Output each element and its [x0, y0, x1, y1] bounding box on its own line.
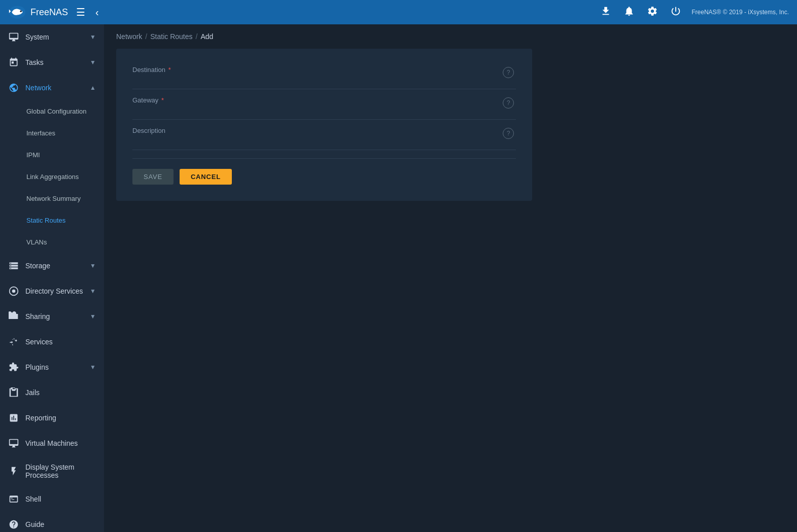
sidebar-label-network-summary: Network Summary — [26, 195, 96, 202]
add-static-route-form: Destination * ? Gateway * ? Description … — [116, 49, 532, 201]
settings-icon[interactable] — [645, 4, 660, 21]
network-icon — [8, 82, 19, 93]
tasks-icon — [8, 57, 19, 68]
topbar-right: FreeNAS® © 2019 - iXsystems, Inc. — [598, 4, 789, 21]
display-system-icon — [8, 466, 19, 477]
description-field: Description ? — [132, 122, 516, 150]
shell-icon — [8, 493, 19, 505]
storage-icon — [8, 260, 19, 271]
system-icon — [8, 31, 19, 43]
plugins-icon — [8, 362, 19, 373]
sidebar-label-virtual-machines: Virtual Machines — [25, 439, 96, 447]
sidebar-item-services[interactable]: Services — [0, 329, 104, 354]
sidebar-label-system: System — [25, 33, 84, 41]
tasks-arrow: ▼ — [90, 59, 96, 66]
sidebar-item-plugins[interactable]: Plugins ▼ — [0, 354, 104, 380]
description-help-icon[interactable]: ? — [503, 128, 514, 139]
sidebar-item-network[interactable]: Network ▲ — [0, 75, 104, 100]
menu-icon[interactable]: ☰ — [74, 4, 87, 20]
sidebar-item-link-aggregations[interactable]: Link Aggregations — [0, 166, 104, 188]
sidebar-item-system[interactable]: System ▼ — [0, 24, 104, 50]
breadcrumb: Network / Static Routes / Add — [104, 24, 797, 49]
power-icon[interactable] — [668, 4, 683, 21]
sidebar-item-guide[interactable]: Guide — [0, 512, 104, 532]
directory-services-arrow: ▼ — [90, 288, 96, 295]
topbar-left: FreeNAS ☰ ‹ — [8, 3, 101, 21]
sidebar-label-interfaces: Interfaces — [26, 129, 96, 137]
form-actions: SAVE CANCEL — [132, 169, 516, 185]
reporting-icon — [8, 412, 19, 423]
form-divider — [132, 158, 516, 159]
network-arrow: ▲ — [90, 84, 96, 91]
sidebar-label-link-aggregations: Link Aggregations — [26, 173, 96, 181]
sidebar-label-directory-services: Directory Services — [25, 287, 84, 295]
destination-label: Destination * — [132, 66, 516, 74]
sidebar-label-shell: Shell — [25, 495, 96, 503]
sidebar-label-jails: Jails — [25, 388, 96, 397]
sidebar-label-tasks: Tasks — [25, 58, 84, 66]
topbar: FreeNAS ☰ ‹ FreeNAS® © 2019 - iXsystems,… — [0, 0, 797, 24]
sidebar-label-ipmi: IPMI — [26, 151, 96, 159]
sidebar-item-storage[interactable]: Storage ▼ — [0, 253, 104, 278]
plugins-arrow: ▼ — [90, 364, 96, 371]
breadcrumb-static-routes[interactable]: Static Routes — [150, 32, 192, 41]
sidebar-label-global-config: Global Configuration — [26, 108, 96, 115]
breadcrumb-sep-1: / — [145, 32, 147, 41]
save-button[interactable]: SAVE — [132, 169, 174, 185]
content-area: Network / Static Routes / Add Destinatio… — [104, 24, 797, 532]
notifications-icon[interactable] — [621, 4, 637, 21]
copyright-text: FreeNAS® © 2019 - iXsystems, Inc. — [691, 9, 789, 16]
destination-input[interactable] — [132, 76, 516, 86]
sidebar-item-global-config[interactable]: Global Configuration — [0, 100, 104, 122]
destination-required: * — [166, 66, 171, 74]
app-name: FreeNAS — [30, 7, 68, 18]
sidebar-item-static-routes[interactable]: Static Routes — [0, 209, 104, 231]
sidebar-item-network-summary[interactable]: Network Summary — [0, 188, 104, 209]
sidebar-item-ipmi[interactable]: IPMI — [0, 144, 104, 166]
system-arrow: ▼ — [90, 33, 96, 41]
gateway-label: Gateway * — [132, 96, 516, 104]
directory-services-icon — [8, 286, 19, 297]
sidebar-item-vlans[interactable]: VLANs — [0, 231, 104, 253]
description-label: Description — [132, 127, 516, 134]
sidebar-label-services: Services — [25, 338, 96, 346]
freenas-logo — [8, 3, 26, 21]
gateway-field: Gateway * ? — [132, 91, 516, 120]
sidebar-label-reporting: Reporting — [25, 414, 96, 422]
sidebar-item-tasks[interactable]: Tasks ▼ — [0, 50, 104, 75]
breadcrumb-network[interactable]: Network — [116, 32, 142, 41]
gateway-required: * — [159, 96, 164, 104]
sidebar-item-virtual-machines[interactable]: Virtual Machines — [0, 431, 104, 456]
services-icon — [8, 336, 19, 347]
destination-field: Destination * ? — [132, 61, 516, 89]
sidebar-item-sharing[interactable]: Sharing ▼ — [0, 304, 104, 329]
upload-icon[interactable] — [598, 4, 613, 21]
main-layout: System ▼ Tasks ▼ Network ▲ Global Config… — [0, 24, 797, 532]
logo-area: FreeNAS — [8, 3, 68, 21]
destination-help-icon[interactable]: ? — [503, 67, 514, 78]
sidebar-item-reporting[interactable]: Reporting — [0, 405, 104, 431]
virtual-machines-icon — [8, 438, 19, 449]
sidebar-label-static-routes: Static Routes — [26, 217, 96, 224]
cancel-button[interactable]: CANCEL — [180, 169, 232, 185]
sidebar-label-storage: Storage — [25, 262, 84, 270]
sidebar-label-sharing: Sharing — [25, 312, 84, 321]
storage-arrow: ▼ — [90, 262, 96, 269]
breadcrumb-add: Add — [200, 32, 213, 41]
sidebar-label-guide: Guide — [25, 520, 96, 528]
sidebar: System ▼ Tasks ▼ Network ▲ Global Config… — [0, 24, 104, 532]
gateway-input[interactable] — [132, 106, 516, 116]
description-input[interactable] — [132, 136, 516, 147]
sidebar-item-directory-services[interactable]: Directory Services ▼ — [0, 278, 104, 304]
sidebar-label-plugins: Plugins — [25, 363, 84, 371]
sidebar-label-network: Network — [25, 84, 84, 92]
sidebar-item-shell[interactable]: Shell — [0, 486, 104, 512]
svg-point-3 — [12, 290, 16, 293]
sidebar-item-interfaces[interactable]: Interfaces — [0, 122, 104, 144]
gateway-help-icon[interactable]: ? — [503, 97, 514, 109]
sidebar-item-display-system[interactable]: Display System Processes — [0, 456, 104, 486]
back-icon[interactable]: ‹ — [93, 5, 101, 20]
sidebar-item-jails[interactable]: Jails — [0, 380, 104, 405]
sidebar-label-display-system: Display System Processes — [25, 463, 96, 479]
sharing-icon — [8, 311, 19, 322]
